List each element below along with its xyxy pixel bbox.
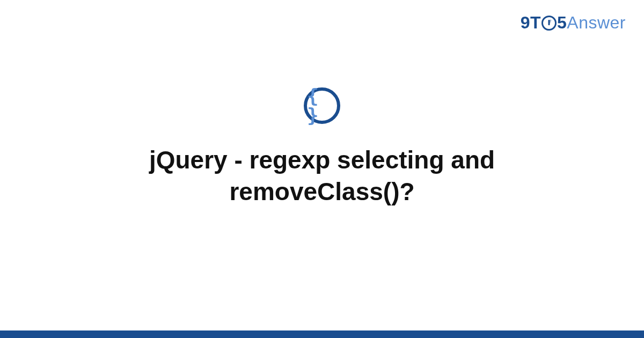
main-content: { } jQuery - regexp selecting and remove… [0, 0, 644, 338]
question-title: jQuery - regexp selecting and removeClas… [80, 144, 564, 208]
category-icon: { } [304, 87, 340, 124]
footer-accent-bar [0, 330, 644, 338]
code-braces-icon: { } [307, 86, 337, 125]
